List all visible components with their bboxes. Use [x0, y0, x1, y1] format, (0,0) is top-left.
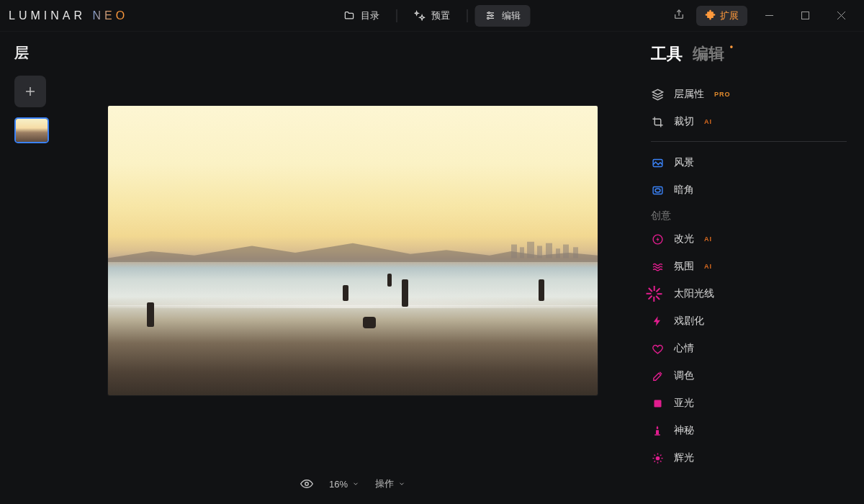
panel-tab-edit[interactable]: 编辑 — [693, 43, 724, 65]
flash-circle-icon — [651, 233, 664, 246]
title-bar: LUMINAR NEO 目录 预置 编辑 扩展 — [0, 0, 864, 32]
tab-presets[interactable]: 预置 — [405, 5, 460, 27]
square-fill-icon — [651, 397, 664, 410]
canvas-bottom-bar: 16% 操作 — [300, 464, 405, 504]
svg-point-1 — [488, 12, 490, 14]
layers-icon — [651, 88, 664, 101]
zoom-value: 16% — [329, 479, 348, 490]
tool-label: 亚光 — [674, 397, 694, 410]
brush-icon — [651, 369, 664, 382]
landscape-icon — [651, 156, 664, 169]
glow-icon — [651, 451, 664, 464]
candle-icon — [651, 424, 664, 437]
ai-badge: AI — [704, 118, 712, 125]
window-close[interactable] — [827, 5, 855, 27]
svg-line-35 — [660, 461, 661, 462]
tool-label: 辉光 — [674, 451, 694, 464]
sparkle-icon — [415, 10, 426, 21]
add-layer-button[interactable] — [14, 76, 46, 107]
svg-rect-12 — [511, 244, 517, 258]
svg-rect-15 — [537, 246, 542, 258]
tool-atmosphere[interactable]: 氛围 AI — [651, 253, 847, 280]
tool-sunrays[interactable]: 太阳光线 — [651, 280, 847, 307]
window-minimize[interactable] — [755, 5, 783, 27]
tab-edit-label: 编辑 — [502, 9, 521, 22]
panel-tab-tools[interactable]: 工具 — [651, 43, 683, 65]
tool-list: 层属性 PRO 裁切 AI 风景 暗角 创意 改光 AI — [651, 81, 847, 472]
puzzle-icon — [705, 9, 716, 22]
tab-catalog[interactable]: 目录 — [334, 5, 390, 27]
svg-rect-26 — [654, 400, 661, 407]
tool-label: 风景 — [674, 156, 694, 169]
svg-rect-13 — [520, 247, 524, 258]
bolt-icon — [651, 315, 664, 328]
separator — [397, 9, 397, 22]
tab-presets-label: 预置 — [431, 9, 450, 22]
tool-label: 太阳光线 — [674, 287, 714, 300]
image-content — [108, 239, 598, 262]
tool-layer-props[interactable]: 层属性 PRO — [651, 81, 847, 108]
tool-crop[interactable]: 裁切 AI — [651, 108, 847, 135]
zoom-dropdown[interactable]: 16% — [329, 479, 359, 490]
tool-glow[interactable]: 辉光 — [651, 444, 847, 472]
tools-panel-tabs: 工具 编辑 — [651, 43, 847, 65]
tool-relight[interactable]: 改光 AI — [651, 225, 847, 253]
extensions-label: 扩展 — [720, 9, 739, 22]
tool-mood[interactable]: 心情 — [651, 335, 847, 362]
svg-line-36 — [660, 454, 661, 455]
svg-point-3 — [491, 14, 493, 17]
tab-catalog-label: 目录 — [361, 9, 379, 22]
pro-badge: PRO — [714, 91, 731, 98]
tool-dramatic[interactable]: 戏剧化 — [651, 307, 847, 335]
chevron-down-icon — [352, 480, 359, 487]
tool-label: 改光 — [674, 233, 694, 246]
svg-marker-21 — [652, 89, 662, 94]
svg-rect-14 — [527, 242, 534, 258]
svg-point-20 — [305, 482, 309, 486]
tool-label: 神秘 — [674, 424, 694, 437]
layers-title: 层 — [14, 43, 72, 63]
svg-rect-23 — [653, 186, 662, 194]
brand-text-1: LUMINAR — [9, 9, 86, 22]
canvas-area: 16% 操作 — [72, 32, 634, 504]
tool-matte[interactable]: 亚光 — [651, 390, 847, 417]
tool-label: 戏剧化 — [674, 315, 704, 328]
tool-label: 裁切 — [674, 115, 694, 128]
ai-badge: AI — [704, 263, 712, 270]
sunrays-icon — [651, 287, 664, 300]
svg-rect-7 — [801, 12, 809, 19]
window-controls-group: 扩展 — [669, 5, 855, 27]
tool-vignette[interactable]: 暗角 — [651, 176, 847, 204]
crop-icon — [651, 115, 664, 128]
layer-thumbnail[interactable] — [14, 117, 49, 143]
extensions-button[interactable]: 扩展 — [696, 6, 747, 26]
separator — [467, 9, 468, 22]
svg-rect-17 — [556, 248, 560, 258]
visibility-toggle[interactable] — [300, 477, 313, 490]
photo-preview[interactable] — [108, 106, 598, 395]
svg-point-29 — [656, 456, 659, 459]
vignette-icon — [651, 184, 664, 197]
svg-rect-28 — [654, 434, 660, 435]
ai-badge: AI — [704, 235, 712, 243]
window-maximize[interactable] — [791, 5, 819, 27]
svg-point-5 — [487, 17, 490, 19]
tool-label: 心情 — [674, 342, 694, 355]
actions-label: 操作 — [375, 477, 394, 490]
tool-label: 暗角 — [674, 184, 694, 197]
tool-label: 调色 — [674, 369, 694, 382]
tool-label: 氛围 — [674, 260, 694, 273]
tab-edit[interactable]: 编辑 — [475, 5, 531, 27]
svg-point-24 — [654, 189, 660, 192]
svg-line-37 — [654, 461, 654, 462]
share-icon[interactable] — [669, 6, 689, 26]
tool-landscape[interactable]: 风景 — [651, 149, 847, 176]
actions-dropdown[interactable]: 操作 — [375, 477, 405, 490]
svg-rect-18 — [563, 244, 569, 258]
folder-icon — [344, 10, 355, 21]
svg-rect-27 — [656, 430, 659, 434]
tool-toning[interactable]: 调色 — [651, 362, 847, 390]
waves-icon — [651, 260, 664, 273]
tool-mystical[interactable]: 神秘 — [651, 417, 847, 444]
eye-icon — [300, 477, 313, 490]
